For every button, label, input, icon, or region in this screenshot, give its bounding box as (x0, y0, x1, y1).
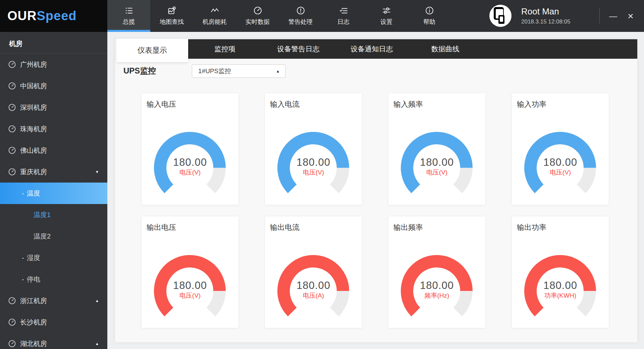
sidebar-item-label: 深圳机房 (20, 103, 47, 112)
top-nav: 总揽 地图查找 机房能耗 实时数据 (107, 0, 451, 32)
room-gauge-icon (8, 60, 16, 69)
sidebar: 机房 广州机房 中国机房 深圳机房 珠海机房 佛山机房 重庆机房 ▼ · 温度 … (0, 32, 107, 349)
gauge-unit: 电压(V) (388, 168, 485, 177)
info-circle-icon (425, 6, 434, 15)
topnav-item-realtime-data[interactable]: 实时数据 (236, 0, 279, 32)
top-bar: OURSpeed 总揽 地图查找 机房能耗 (0, 0, 644, 32)
room-gauge-icon (8, 103, 16, 112)
sidebar-item-label: 浙江机房 (20, 296, 47, 305)
minimize-button[interactable]: — (606, 0, 621, 32)
sidebar-item-zhejiang[interactable]: 浙江机房 ▲ (0, 290, 107, 311)
topnav-label: 总揽 (123, 18, 135, 26)
sidebar-item-shenzhen[interactable]: 深圳机房 (0, 97, 107, 118)
sidebar-item-guangzhou[interactable]: 广州机房 (0, 54, 107, 75)
sidebar-subitem-temperature-2[interactable]: 温度2 (0, 226, 107, 247)
sidebar-item-label: 停电 (27, 275, 40, 284)
gauge-card-output-current: 输出电流 180.00 电压(A) (265, 216, 362, 328)
sidebar-item-china[interactable]: 中国机房 (0, 75, 107, 97)
sidebar-item-foshan[interactable]: 佛山机房 (0, 140, 107, 161)
sliders-icon (382, 6, 391, 15)
sidebar-subitem-power-outage[interactable]: · 停电 (0, 268, 107, 290)
energy-pulse-icon (210, 6, 219, 15)
sidebar-subitem-temperature-1[interactable]: 温度1 (0, 204, 107, 226)
user-avatar[interactable] (489, 5, 512, 27)
list-icon (124, 6, 133, 15)
topnav-label: 地图查找 (160, 18, 184, 26)
topnav-label: 实时数据 (246, 18, 270, 26)
topnav-label: 警告处理 (288, 18, 313, 26)
room-gauge-icon (8, 124, 16, 133)
chevron-down-icon: ▼ (95, 170, 99, 174)
gauge-unit: 电压(A) (265, 291, 362, 300)
sidebar-item-label: 温度 (27, 189, 40, 198)
gauge-card-input-current: 输入电流 180.00 电压(V) (265, 93, 362, 205)
gauge-value: 180.00 (388, 156, 485, 168)
gauge-card-title: 输出频率 (393, 222, 423, 233)
tab-bar: 监控项 设备警告日志 设备通知日志 数据曲线 (188, 39, 637, 59)
close-button[interactable]: × (623, 0, 638, 32)
room-gauge-icon (8, 339, 16, 348)
dropdown-arrow-icon: ▲ (276, 69, 280, 73)
topnav-item-logs[interactable]: 日志 (322, 0, 365, 32)
ups-select-dropdown[interactable]: 1#UPS监控 ▲ (192, 64, 285, 78)
topnav-item-map-search[interactable]: 地图查找 (150, 0, 193, 32)
topbar-divider (599, 8, 600, 23)
gauge-value: 180.00 (142, 280, 238, 292)
gauge-card-title: 输入电流 (270, 99, 300, 109)
topnav-label: 设置 (380, 18, 392, 26)
gauge-value: 180.00 (512, 280, 609, 292)
sidebar-item-label: 温度2 (34, 232, 51, 241)
room-gauge-icon (8, 296, 16, 305)
topnav-item-help[interactable]: 帮助 (408, 0, 451, 32)
gauge-card-title: 输出功率 (517, 222, 546, 233)
sidebar-item-label: 珠海机房 (20, 124, 47, 134)
gauge-card-input-voltage: 输入电压 180.00 电压(V) (142, 93, 238, 205)
sidebar-item-label: 温度1 (34, 210, 51, 219)
topnav-item-overview[interactable]: 总揽 (107, 0, 150, 32)
gauge-unit: 电压(V) (142, 291, 238, 300)
sidebar-subitem-temperature[interactable]: · 温度 (0, 183, 107, 204)
sidebar-item-zhuhai[interactable]: 珠海机房 (0, 118, 107, 140)
sidebar-divider (0, 53, 107, 53)
gauge-card-title: 输入电压 (147, 99, 176, 109)
close-icon: × (628, 10, 634, 22)
tab-gauge-display[interactable]: 仪表显示 (116, 39, 188, 62)
map-search-icon (167, 6, 176, 15)
gauge-card-output-power: 输出功率 180.00 功率(KWH) (512, 216, 609, 328)
log-list-icon (339, 6, 348, 15)
room-gauge-icon (8, 167, 16, 176)
gauge-value: 180.00 (265, 156, 362, 168)
gauge-card-title: 输出电流 (270, 222, 300, 233)
sidebar-item-hubei[interactable]: 湖北机房 ▲ (0, 333, 107, 349)
topnav-label: 帮助 (423, 18, 435, 26)
sidebar-item-label: 湖北机房 (20, 339, 47, 348)
logo-text-primary: OUR (7, 9, 37, 23)
tab-device-warning-log[interactable]: 设备警告日志 (262, 39, 335, 59)
topnav-item-energy[interactable]: 机房能耗 (193, 0, 236, 32)
sidebar-item-label: 湿度 (27, 253, 40, 262)
room-gauge-icon (8, 146, 16, 155)
gauge-unit: 电压(V) (265, 168, 362, 177)
tab-label: 数据曲线 (431, 44, 460, 54)
tab-label: 设备通知日志 (351, 44, 393, 54)
sidebar-item-label: 广州机房 (20, 60, 47, 69)
topnav-label: 机房能耗 (203, 18, 227, 26)
chevron-up-icon: ▲ (95, 342, 99, 346)
main-panel: 仪表显示 监控项 设备警告日志 设备通知日志 数据曲线 UPS监控 1#UPS监… (115, 39, 637, 342)
sidebar-item-label: 重庆机房 (20, 167, 47, 177)
app-logo: OURSpeed (0, 0, 107, 32)
tab-data-curves[interactable]: 数据曲线 (409, 39, 482, 59)
gauge-unit: 频率(Hz) (388, 291, 485, 300)
gauge-unit: 电压(V) (512, 168, 609, 177)
topnav-item-alerts[interactable]: 警告处理 (279, 0, 322, 32)
tab-label: 仪表显示 (138, 45, 167, 55)
gauge-card-title: 输入功率 (517, 99, 546, 109)
tab-monitoring-items[interactable]: 监控项 (188, 39, 262, 59)
topnav-item-settings[interactable]: 设置 (365, 0, 408, 32)
gauge-card-output-frequency: 输出频率 180.00 频率(Hz) (388, 216, 485, 328)
sidebar-item-chongqing[interactable]: 重庆机房 ▼ (0, 161, 107, 183)
sidebar-item-changsha[interactable]: 长沙机房 (0, 311, 107, 333)
tab-device-notify-log[interactable]: 设备通知日志 (335, 39, 409, 59)
sidebar-subitem-humidity[interactable]: · 湿度 (0, 247, 107, 268)
speedometer-icon (253, 6, 262, 15)
